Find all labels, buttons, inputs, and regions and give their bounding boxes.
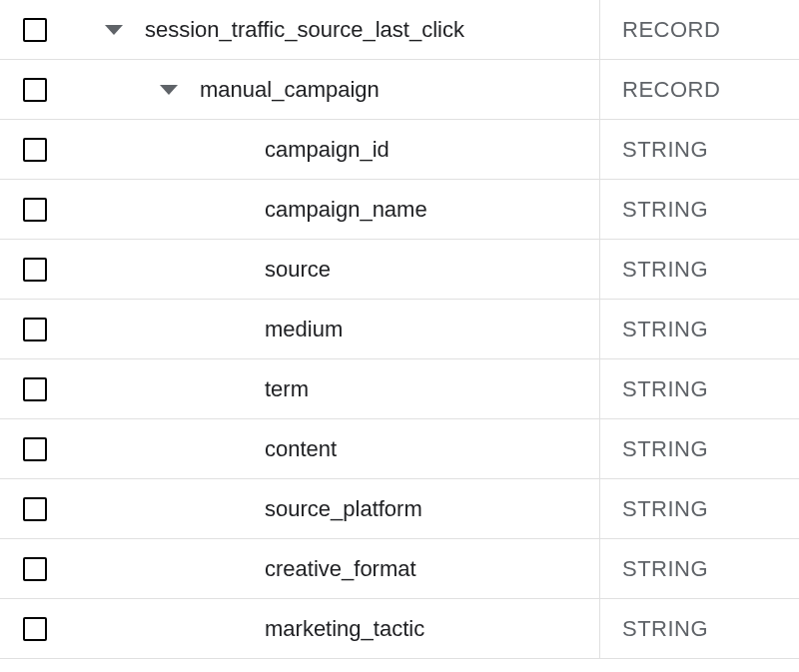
field-name[interactable]: manual_campaign	[200, 77, 599, 103]
field-type: STRING	[599, 479, 799, 538]
chevron-down-icon[interactable]	[160, 85, 178, 95]
field-type: STRING	[599, 539, 799, 598]
field-name[interactable]: content	[70, 436, 599, 462]
field-type: STRING	[599, 120, 799, 179]
checkbox-cell	[0, 497, 70, 521]
expand-cell	[70, 25, 145, 35]
row-checkbox[interactable]	[23, 78, 47, 102]
schema-row: content STRING	[0, 419, 799, 479]
field-name[interactable]: creative_format	[70, 556, 599, 582]
chevron-down-icon[interactable]	[105, 25, 123, 35]
row-checkbox[interactable]	[23, 138, 47, 162]
field-type: STRING	[599, 300, 799, 358]
schema-table: session_traffic_source_last_click RECORD…	[0, 0, 799, 659]
expand-cell	[70, 85, 200, 95]
checkbox-cell	[0, 198, 70, 222]
field-type: RECORD	[599, 0, 799, 59]
row-checkbox[interactable]	[23, 318, 47, 341]
field-name[interactable]: campaign_name	[70, 197, 599, 223]
field-type: STRING	[599, 359, 799, 418]
checkbox-cell	[0, 18, 70, 42]
schema-row: marketing_tactic STRING	[0, 599, 799, 659]
field-name[interactable]: medium	[70, 317, 599, 342]
row-checkbox[interactable]	[23, 258, 47, 282]
schema-row: manual_campaign RECORD	[0, 60, 799, 120]
checkbox-cell	[0, 318, 70, 341]
row-checkbox[interactable]	[23, 377, 47, 401]
field-name[interactable]: marketing_tactic	[70, 616, 599, 642]
field-name[interactable]: campaign_id	[70, 137, 599, 163]
row-checkbox[interactable]	[23, 437, 47, 461]
checkbox-cell	[0, 617, 70, 641]
checkbox-cell	[0, 258, 70, 282]
field-name[interactable]: source_platform	[70, 496, 599, 522]
checkbox-cell	[0, 377, 70, 401]
field-type: STRING	[599, 240, 799, 299]
row-checkbox[interactable]	[23, 617, 47, 641]
row-checkbox[interactable]	[23, 497, 47, 521]
schema-row: term STRING	[0, 359, 799, 419]
row-checkbox[interactable]	[23, 18, 47, 42]
schema-row: campaign_id STRING	[0, 120, 799, 180]
checkbox-cell	[0, 138, 70, 162]
field-type: RECORD	[599, 60, 799, 119]
field-type: STRING	[599, 180, 799, 239]
field-type: STRING	[599, 419, 799, 478]
checkbox-cell	[0, 437, 70, 461]
field-name[interactable]: term	[70, 376, 599, 402]
field-type: STRING	[599, 599, 799, 658]
row-checkbox[interactable]	[23, 198, 47, 222]
schema-row: session_traffic_source_last_click RECORD	[0, 0, 799, 60]
checkbox-cell	[0, 78, 70, 102]
checkbox-cell	[0, 557, 70, 581]
field-name[interactable]: source	[70, 257, 599, 283]
schema-row: medium STRING	[0, 300, 799, 359]
field-name[interactable]: session_traffic_source_last_click	[145, 17, 599, 43]
schema-row: source_platform STRING	[0, 479, 799, 539]
schema-row: creative_format STRING	[0, 539, 799, 599]
row-checkbox[interactable]	[23, 557, 47, 581]
schema-row: campaign_name STRING	[0, 180, 799, 240]
schema-row: source STRING	[0, 240, 799, 300]
